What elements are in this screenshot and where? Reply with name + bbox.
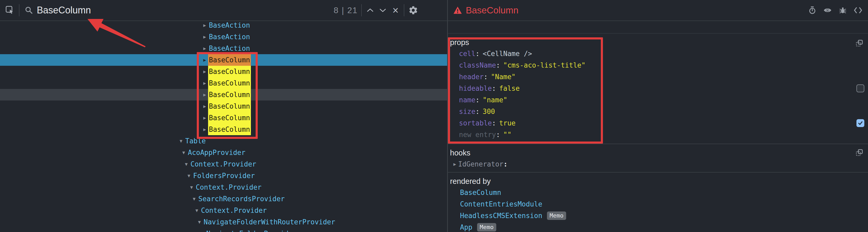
log-component-data-button[interactable] [836, 3, 849, 18]
component-name: Context.Provider [190, 158, 257, 170]
tree-row[interactable]: ▸BaseAction [0, 42, 447, 54]
chevron-expanded-icon[interactable]: ▾ [191, 196, 197, 202]
prop-value[interactable]: "Name" [491, 73, 516, 81]
hooks-section: hooks ▸IdGenerator: [448, 145, 868, 173]
tree-row[interactable]: ▾SearchRecordsProvider [0, 193, 447, 205]
rendered-by-section: rendered by BaseColumnContentEntriesModu… [448, 173, 868, 232]
tree-row[interactable]: ▾Context.Provider [0, 158, 447, 170]
chevron-collapsed-icon[interactable]: ▸ [201, 57, 208, 63]
tree-row[interactable]: ▾Table [0, 135, 447, 147]
inspect-dom-element-button[interactable] [821, 3, 834, 18]
copy-props-button[interactable] [856, 39, 864, 47]
chevron-collapsed-icon[interactable]: ▸ [201, 115, 208, 121]
chevron-collapsed-icon[interactable]: ▸ [201, 45, 208, 52]
chevron-expanded-icon[interactable]: ▾ [188, 184, 195, 191]
tree-row[interactable]: ▸BaseColumn [0, 89, 447, 100]
eye-icon [823, 6, 832, 14]
rendered-by-item[interactable]: HeadlessCMSExtensionMemo [448, 210, 868, 222]
component-name: BaseColumn [208, 100, 251, 112]
view-source-button[interactable] [852, 3, 864, 18]
details-header: BaseColumn [448, 0, 868, 21]
gear-icon [408, 5, 418, 15]
chevron-collapsed-icon[interactable]: ▸ [451, 161, 458, 167]
tree-row[interactable]: ▾Context.Provider [0, 205, 447, 216]
owner-component-link[interactable]: ContentEntriesModule [460, 200, 542, 208]
prop-key: size [459, 108, 475, 115]
prop-value[interactable]: "" [503, 131, 512, 139]
tree-row[interactable]: ▸BaseAction [0, 31, 447, 42]
chevron-expanded-icon[interactable]: ▾ [193, 207, 200, 213]
boolean-editor-checkbox[interactable] [857, 119, 864, 127]
prop-value[interactable]: true [499, 119, 516, 127]
chevron-collapsed-icon[interactable]: ▸ [201, 80, 208, 86]
hook-row[interactable]: ▸IdGenerator: [448, 158, 868, 170]
prop-key: cell [459, 50, 475, 58]
tree-row[interactable]: ▸BaseColumn [0, 124, 447, 135]
component-name: BaseColumn [208, 112, 251, 124]
component-name: Context.Provider [200, 205, 268, 216]
chevron-collapsed-icon[interactable]: ▸ [201, 68, 208, 75]
boolean-editor-checkbox[interactable] [857, 84, 864, 92]
chevron-collapsed-icon[interactable]: ▸ [201, 22, 208, 28]
prop-value[interactable]: <CellName /> [483, 50, 532, 58]
rendered-by-item[interactable]: BaseColumn [448, 187, 868, 198]
chevron-expanded-icon[interactable]: ▾ [183, 161, 190, 167]
prop-row: className: "cms-aco-list-title" [448, 59, 868, 71]
search-input[interactable] [37, 2, 334, 18]
tree-row[interactable]: ▸BaseColumn [0, 112, 447, 124]
settings-button[interactable] [406, 3, 420, 18]
owner-component-link[interactable]: App [460, 223, 472, 231]
component-name: NavigateFolderWithRouterProvider [203, 216, 336, 228]
hook-name: IdGenerator [458, 160, 503, 168]
owner-component-link[interactable]: BaseColumn [460, 188, 501, 197]
inspect-element-icon [5, 5, 15, 15]
component-tree: ▸BaseAction▸BaseAction▸BaseAction▸BaseCo… [0, 22, 447, 232]
prop-value[interactable]: "cms-aco-list-title" [503, 61, 586, 69]
rendered-by-item[interactable]: AppMemo [448, 222, 868, 232]
tree-row[interactable]: ▾NavigateFolderWithRouterProvider [0, 216, 447, 228]
component-name: BaseAction [208, 22, 251, 31]
error-warning-icon [453, 6, 462, 14]
tree-row[interactable]: ▸BaseColumn [0, 77, 447, 89]
owner-component-link[interactable]: HeadlessCMSExtension [460, 212, 542, 220]
chevron-expanded-icon[interactable]: ▾ [180, 149, 187, 156]
tree-row[interactable]: ▾FoldersProvider [0, 170, 447, 181]
prop-row: name: "name" [448, 94, 868, 106]
previous-result-button[interactable] [364, 3, 376, 18]
chevron-collapsed-icon[interactable]: ▸ [201, 126, 208, 133]
chevron-collapsed-icon[interactable]: ▸ [201, 103, 208, 109]
prop-key: name [459, 96, 475, 104]
clear-search-button[interactable]: × [389, 3, 402, 18]
prop-value[interactable]: "name" [483, 96, 507, 104]
rendered-by-rows: BaseColumnContentEntriesModuleHeadlessCM… [448, 187, 868, 232]
tree-row[interactable]: ▾Context.Provider [0, 181, 447, 193]
tree-row[interactable]: ▾AcoAppProvider [0, 147, 447, 158]
tree-row[interactable]: ▾NavigateFolderProvider [0, 228, 447, 232]
prop-key: header [459, 73, 484, 81]
component-name: BaseAction [208, 31, 251, 42]
suspend-component-button[interactable] [806, 3, 818, 18]
chevron-collapsed-icon[interactable]: ▸ [201, 91, 208, 98]
react-devtools-components-panel: 8 | 21 × [0, 0, 868, 232]
copy-hooks-button[interactable] [856, 148, 864, 157]
chevron-expanded-icon[interactable]: ▾ [178, 138, 184, 144]
prop-value[interactable]: false [499, 84, 520, 92]
next-result-button[interactable] [376, 3, 389, 18]
copy-icon [856, 149, 864, 156]
details-panel: props cell: <CellName />className: "cms-… [448, 22, 868, 232]
chevron-expanded-icon[interactable]: ▾ [198, 230, 206, 232]
component-name: Context.Provider [195, 181, 262, 193]
tree-row[interactable]: ▸BaseColumn [0, 66, 447, 77]
component-name: BaseAction [208, 42, 251, 54]
rendered-by-item[interactable]: ContentEntriesModule [448, 198, 868, 210]
chevron-expanded-icon[interactable]: ▾ [196, 219, 203, 225]
chevron-collapsed-icon[interactable]: ▸ [201, 34, 208, 40]
chevron-expanded-icon[interactable]: ▾ [185, 173, 192, 179]
tree-row[interactable]: ▸BaseColumn [0, 54, 447, 66]
prop-key: new entry [459, 131, 496, 139]
tree-row[interactable]: ▸BaseAction [0, 22, 447, 31]
stopwatch-icon [808, 6, 816, 14]
prop-value[interactable]: 300 [483, 108, 495, 115]
inspect-element-button[interactable] [3, 3, 17, 18]
tree-row[interactable]: ▸BaseColumn [0, 100, 447, 112]
